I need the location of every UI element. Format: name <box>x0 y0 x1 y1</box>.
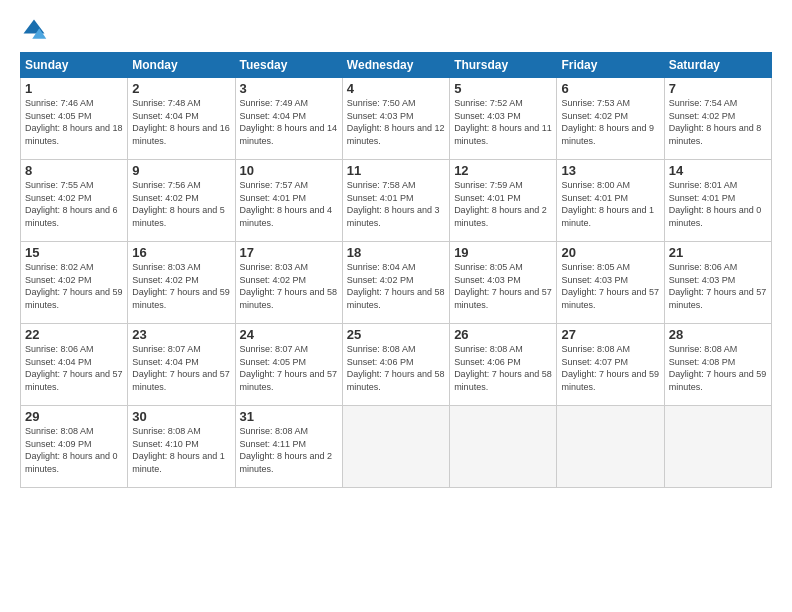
table-row: 16Sunrise: 8:03 AMSunset: 4:02 PMDayligh… <box>128 242 235 324</box>
table-row: 27Sunrise: 8:08 AMSunset: 4:07 PMDayligh… <box>557 324 664 406</box>
calendar-week-2: 15Sunrise: 8:02 AMSunset: 4:02 PMDayligh… <box>21 242 772 324</box>
weekday-header-sunday: Sunday <box>21 53 128 78</box>
table-row: 21Sunrise: 8:06 AMSunset: 4:03 PMDayligh… <box>664 242 771 324</box>
table-row: 23Sunrise: 8:07 AMSunset: 4:04 PMDayligh… <box>128 324 235 406</box>
calendar-table: SundayMondayTuesdayWednesdayThursdayFrid… <box>20 52 772 488</box>
table-row: 10Sunrise: 7:57 AMSunset: 4:01 PMDayligh… <box>235 160 342 242</box>
calendar-week-3: 22Sunrise: 8:06 AMSunset: 4:04 PMDayligh… <box>21 324 772 406</box>
table-row: 7Sunrise: 7:54 AMSunset: 4:02 PMDaylight… <box>664 78 771 160</box>
page: SundayMondayTuesdayWednesdayThursdayFrid… <box>0 0 792 612</box>
weekday-header-tuesday: Tuesday <box>235 53 342 78</box>
table-row <box>557 406 664 488</box>
table-row: 3Sunrise: 7:49 AMSunset: 4:04 PMDaylight… <box>235 78 342 160</box>
weekday-header-monday: Monday <box>128 53 235 78</box>
table-row: 6Sunrise: 7:53 AMSunset: 4:02 PMDaylight… <box>557 78 664 160</box>
logo-icon <box>20 16 48 44</box>
table-row: 26Sunrise: 8:08 AMSunset: 4:06 PMDayligh… <box>450 324 557 406</box>
table-row: 29Sunrise: 8:08 AMSunset: 4:09 PMDayligh… <box>21 406 128 488</box>
weekday-header-friday: Friday <box>557 53 664 78</box>
table-row: 12Sunrise: 7:59 AMSunset: 4:01 PMDayligh… <box>450 160 557 242</box>
calendar-week-1: 8Sunrise: 7:55 AMSunset: 4:02 PMDaylight… <box>21 160 772 242</box>
calendar-week-4: 29Sunrise: 8:08 AMSunset: 4:09 PMDayligh… <box>21 406 772 488</box>
weekday-header-thursday: Thursday <box>450 53 557 78</box>
table-row: 5Sunrise: 7:52 AMSunset: 4:03 PMDaylight… <box>450 78 557 160</box>
table-row: 8Sunrise: 7:55 AMSunset: 4:02 PMDaylight… <box>21 160 128 242</box>
table-row: 20Sunrise: 8:05 AMSunset: 4:03 PMDayligh… <box>557 242 664 324</box>
table-row: 13Sunrise: 8:00 AMSunset: 4:01 PMDayligh… <box>557 160 664 242</box>
table-row: 30Sunrise: 8:08 AMSunset: 4:10 PMDayligh… <box>128 406 235 488</box>
table-row: 19Sunrise: 8:05 AMSunset: 4:03 PMDayligh… <box>450 242 557 324</box>
table-row: 1Sunrise: 7:46 AMSunset: 4:05 PMDaylight… <box>21 78 128 160</box>
table-row <box>342 406 449 488</box>
weekday-header-row: SundayMondayTuesdayWednesdayThursdayFrid… <box>21 53 772 78</box>
logo <box>20 16 52 44</box>
table-row: 22Sunrise: 8:06 AMSunset: 4:04 PMDayligh… <box>21 324 128 406</box>
weekday-header-saturday: Saturday <box>664 53 771 78</box>
weekday-header-wednesday: Wednesday <box>342 53 449 78</box>
table-row: 31Sunrise: 8:08 AMSunset: 4:11 PMDayligh… <box>235 406 342 488</box>
table-row: 17Sunrise: 8:03 AMSunset: 4:02 PMDayligh… <box>235 242 342 324</box>
table-row: 14Sunrise: 8:01 AMSunset: 4:01 PMDayligh… <box>664 160 771 242</box>
calendar-week-0: 1Sunrise: 7:46 AMSunset: 4:05 PMDaylight… <box>21 78 772 160</box>
table-row: 2Sunrise: 7:48 AMSunset: 4:04 PMDaylight… <box>128 78 235 160</box>
table-row: 24Sunrise: 8:07 AMSunset: 4:05 PMDayligh… <box>235 324 342 406</box>
table-row: 9Sunrise: 7:56 AMSunset: 4:02 PMDaylight… <box>128 160 235 242</box>
header <box>20 16 772 44</box>
table-row <box>664 406 771 488</box>
table-row: 4Sunrise: 7:50 AMSunset: 4:03 PMDaylight… <box>342 78 449 160</box>
table-row <box>450 406 557 488</box>
table-row: 11Sunrise: 7:58 AMSunset: 4:01 PMDayligh… <box>342 160 449 242</box>
table-row: 18Sunrise: 8:04 AMSunset: 4:02 PMDayligh… <box>342 242 449 324</box>
table-row: 15Sunrise: 8:02 AMSunset: 4:02 PMDayligh… <box>21 242 128 324</box>
table-row: 28Sunrise: 8:08 AMSunset: 4:08 PMDayligh… <box>664 324 771 406</box>
table-row: 25Sunrise: 8:08 AMSunset: 4:06 PMDayligh… <box>342 324 449 406</box>
